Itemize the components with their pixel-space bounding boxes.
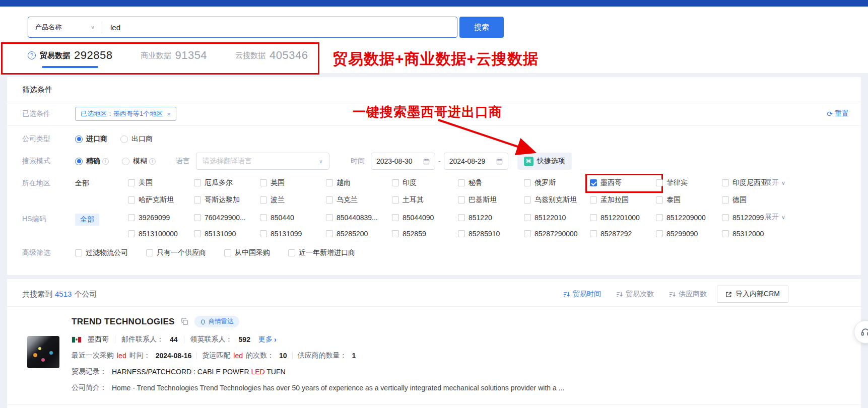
divider [196, 352, 197, 359]
sort-trade-count[interactable]: 贸易次数 [616, 290, 654, 299]
radio-icon [122, 158, 129, 165]
import-crm-button[interactable]: 导入内部CRM [717, 286, 788, 303]
region-checkbox[interactable]: 乌兹别克斯坦 [524, 195, 590, 205]
hs-code-checkbox[interactable]: 85131090 [194, 230, 260, 238]
region-checkbox[interactable]: 孟加拉国 [590, 195, 656, 205]
radio-exact-mode[interactable]: 精确 [75, 157, 109, 166]
annotation-red-box-tabs [1, 42, 319, 75]
copy-icon[interactable] [181, 318, 188, 325]
remove-tag-icon[interactable]: × [167, 110, 171, 118]
hs-code-checkbox[interactable]: 85285910 [458, 230, 524, 238]
results-header: 共搜索到4513个公司 贸易时间 贸易次数 供应商数 导入内部CRM [7, 282, 861, 306]
region-checkbox[interactable]: 俄罗斯 [524, 178, 590, 187]
region-checkbox[interactable]: 秘鲁 [458, 178, 524, 187]
search-category-select[interactable]: 产品名称 ∨ [28, 23, 102, 32]
email-contacts-count: 44 [170, 335, 178, 344]
checkbox-icon [194, 179, 201, 186]
sort-trade-time[interactable]: 贸易时间 [563, 290, 601, 299]
checkbox-icon [722, 214, 729, 221]
chevron-down-icon: ∨ [781, 214, 785, 221]
advanced-checkbox[interactable]: 过滤物流公司 [75, 248, 128, 257]
keyword-highlight: led [233, 352, 243, 360]
hs-code-checkbox[interactable]: 85131099 [260, 230, 326, 238]
supplier-count: 1 [352, 352, 356, 360]
hs-code-checkbox[interactable]: 850440839... [326, 214, 392, 222]
region-checkbox[interactable]: 哈萨克斯坦 [128, 195, 194, 205]
mexico-flag-icon [72, 336, 82, 343]
checkbox-icon [128, 230, 135, 237]
radio-exporter[interactable]: 出口商 [120, 134, 153, 144]
search-button[interactable]: 搜索 [459, 17, 504, 38]
search-input-group: 产品名称 ∨ [28, 17, 457, 38]
region-checkbox[interactable]: 乌克兰 [326, 195, 392, 205]
checkbox-icon [128, 214, 135, 221]
advanced-checkbox[interactable]: 只有一个供应商 [146, 248, 206, 257]
hs-all-option[interactable]: 全部 [75, 214, 99, 226]
date-to-input[interactable]: 2024-08-29 [444, 153, 508, 170]
search-input[interactable] [102, 23, 457, 32]
hs-code-checkbox[interactable]: 85287292 [590, 230, 656, 238]
date-from-input[interactable]: 2023-08-30 [371, 153, 435, 170]
checkbox-icon [288, 249, 295, 256]
hs-code-checkbox[interactable]: 85312000 [722, 230, 788, 238]
selected-region-tag[interactable]: 已选地区：墨西哥等1个地区 × [75, 107, 176, 121]
radio-fuzzy-mode[interactable]: 模糊 [122, 157, 156, 166]
sort-icon [616, 291, 623, 298]
region-checkbox[interactable]: 菲律宾 [656, 178, 722, 187]
company-card[interactable]: TREND TECHNOLOGIES 商情雷达 墨西哥 邮件联系人： 44 领英… [7, 308, 861, 405]
hs-code-checkbox[interactable]: 39269099 [128, 214, 194, 222]
region-checkbox-mexico[interactable]: 墨西哥 [590, 178, 656, 187]
more-link[interactable]: 更多 › [258, 335, 277, 344]
info-icon[interactable] [102, 158, 109, 165]
checkbox-icon [194, 196, 201, 203]
region-filter-row: 所在地区 全部 美国 厄瓜多尔 英国 越南 印度 秘鲁 俄罗斯 墨西哥 菲律宾 … [7, 172, 861, 205]
checkbox-icon [326, 196, 333, 203]
hs-code-checkbox[interactable]: 8512209000 [656, 214, 722, 222]
reset-filters-link[interactable]: ⟳ 重置 [827, 109, 849, 118]
sort-supplier-count[interactable]: 供应商数 [669, 290, 707, 299]
region-checkbox[interactable]: 波兰 [260, 195, 326, 205]
quick-options-button[interactable]: ⌘ 快捷选项 [517, 153, 572, 170]
hs-expand-link[interactable]: 展开 ∨ [765, 213, 785, 222]
hs-code-checkbox[interactable]: 8512201000 [590, 214, 656, 222]
radio-importer[interactable]: 进口商 [75, 134, 107, 144]
company-name[interactable]: TREND TECHNOLOGIES [72, 317, 175, 327]
advanced-checkbox[interactable]: 从中国采购 [224, 248, 270, 257]
region-checkbox[interactable]: 泰国 [656, 195, 722, 205]
hs-code-checkbox[interactable]: 85299090 [656, 230, 722, 238]
hs-code-checkbox[interactable]: 85287290000 [524, 230, 590, 238]
results-count: 4513 [55, 290, 72, 298]
hs-code-filter-row: HS编码 全部 39269099 760429900... 850440 850… [7, 207, 861, 238]
region-expand-link[interactable]: 展开 ∨ [765, 178, 785, 187]
hs-code-checkbox[interactable]: 85044090 [392, 214, 458, 222]
freight-match-count: 10 [279, 352, 287, 360]
region-checkbox[interactable]: 土耳其 [392, 195, 458, 205]
info-icon[interactable] [149, 158, 156, 165]
advanced-checkbox[interactable]: 近一年新增进口商 [288, 248, 355, 257]
region-checkbox[interactable]: 哥斯达黎加 [194, 195, 260, 205]
region-checkbox[interactable]: 美国 [128, 178, 194, 187]
filter-title: 筛选条件 [7, 85, 861, 102]
hs-code-checkbox[interactable]: 850440 [260, 214, 326, 222]
company-country: 墨西哥 [88, 335, 109, 344]
region-checkbox[interactable]: 厄瓜多尔 [194, 178, 260, 187]
hs-code-checkbox[interactable]: 8513100000 [128, 230, 194, 238]
region-checkbox[interactable]: 巴基斯坦 [458, 195, 524, 205]
hs-code-checkbox[interactable]: 85285200 [326, 230, 392, 238]
translation-language-select[interactable]: 请选择翻译语言 ∨ [196, 153, 329, 170]
region-checkbox[interactable]: 英国 [260, 178, 326, 187]
region-all-option[interactable]: 全部 [75, 179, 128, 188]
checkbox-icon [722, 179, 729, 186]
region-checkbox[interactable]: 德国 [722, 195, 788, 205]
region-checkbox[interactable]: 印度 [392, 178, 458, 187]
annotation-text-data-sources: 贸易数据+商业数据+云搜数据 [332, 49, 539, 70]
last-purchase-date: 2024-08-16 [156, 352, 192, 360]
hs-code-checkbox[interactable]: 85122010 [524, 214, 590, 222]
business-radar-badge[interactable]: 商情雷达 [194, 316, 239, 327]
hs-code-checkbox[interactable]: 760429900... [194, 214, 260, 222]
region-checkbox[interactable]: 越南 [326, 178, 392, 187]
checkbox-icon [326, 179, 333, 186]
hs-code-checkbox[interactable]: 851220 [458, 214, 524, 222]
hs-code-checkbox[interactable]: 852859 [392, 230, 458, 238]
checkbox-checked-icon [590, 179, 597, 186]
